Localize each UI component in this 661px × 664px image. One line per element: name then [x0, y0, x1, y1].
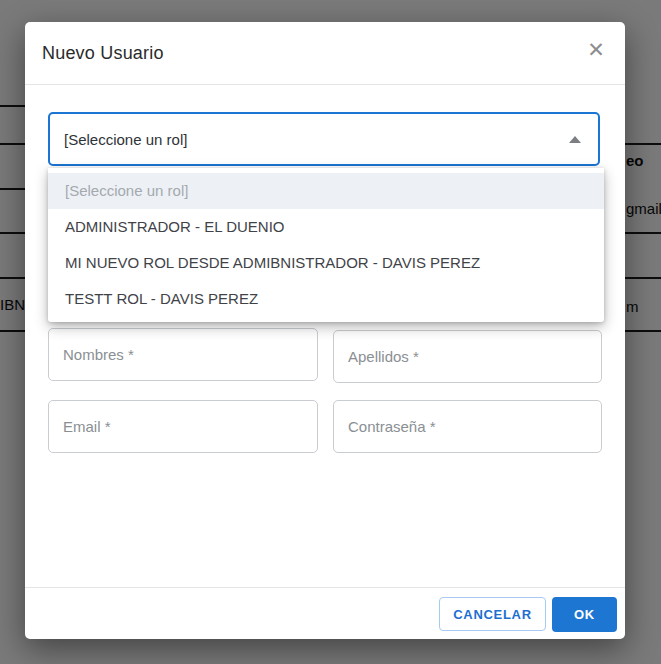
role-options-panel: [Seleccione un rol] ADMINISTRADOR - EL D… — [48, 168, 604, 322]
role-option[interactable]: ADMINISTRADOR - EL DUENIO — [48, 209, 604, 245]
screen: IBN eo gmail. m Nuevo Usuario ✕ [Selecci… — [0, 0, 661, 664]
password-field[interactable] — [333, 400, 602, 453]
role-option-placeholder[interactable]: [Seleccione un rol] — [48, 173, 604, 209]
cancel-button[interactable]: CANCELAR — [439, 597, 546, 631]
new-user-dialog: Nuevo Usuario ✕ [Seleccione un rol] [Sel… — [25, 22, 625, 639]
ok-button[interactable]: OK — [552, 597, 617, 632]
dialog-footer: CANCELAR OK — [25, 587, 625, 639]
dialog-header: Nuevo Usuario ✕ — [25, 22, 625, 85]
role-select-value: [Seleccione un rol] — [64, 114, 187, 164]
email-field[interactable] — [48, 400, 318, 453]
last-name-field[interactable] — [333, 330, 602, 383]
role-select[interactable]: [Seleccione un rol] — [48, 112, 600, 166]
close-icon[interactable]: ✕ — [583, 37, 609, 63]
role-option[interactable]: TESTT ROL - DAVIS PEREZ — [48, 281, 604, 317]
first-name-field[interactable] — [48, 328, 318, 381]
dialog-title: Nuevo Usuario — [42, 43, 164, 64]
chevron-up-icon — [569, 136, 581, 143]
role-option[interactable]: MI NUEVO ROL DESDE ADMIBNISTRADOR - DAVI… — [48, 245, 604, 281]
